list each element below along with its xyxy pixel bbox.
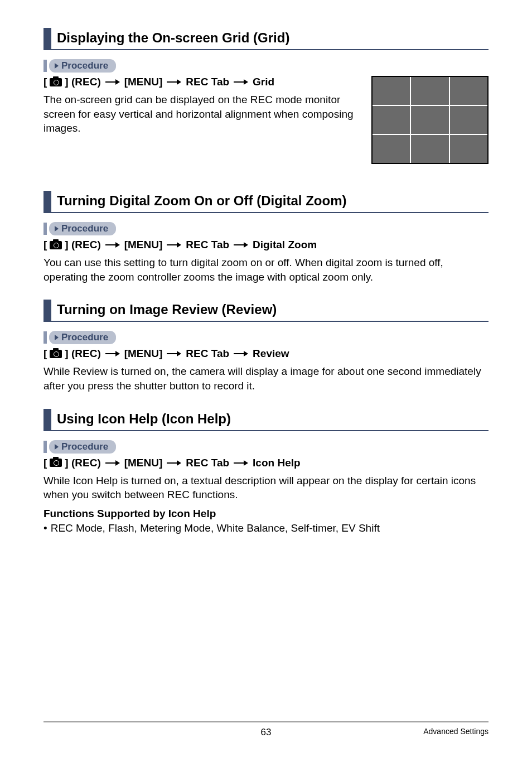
path-part: REC Tab xyxy=(186,457,229,469)
path-part: REC Tab xyxy=(186,348,229,360)
arrow-right-icon xyxy=(105,351,120,356)
heading-text: Turning Digital Zoom On or Off (Digital … xyxy=(57,191,346,212)
heading-bar xyxy=(43,409,51,430)
chevron-right-icon xyxy=(55,444,59,450)
procedure-bar xyxy=(43,223,47,235)
arrow-right-icon xyxy=(167,79,181,85)
camera-icon xyxy=(50,241,62,249)
bullet-icon: • xyxy=(43,522,47,534)
arrow-right-icon xyxy=(167,460,181,466)
menu-path: [ ] (REC) [MENU] REC Tab Icon Help xyxy=(43,457,489,469)
path-part: Digital Zoom xyxy=(253,239,317,251)
heading-text: Using Icon Help (Icon Help) xyxy=(57,409,231,430)
heading-bar xyxy=(43,28,51,49)
page-footer: 63 Advanced Settings xyxy=(43,721,489,738)
path-part: [MENU] xyxy=(124,239,163,251)
path-rec: ] (REC) xyxy=(65,457,100,469)
procedure-label: Procedure xyxy=(61,60,108,71)
procedure-label: Procedure xyxy=(61,223,108,234)
arrow-right-icon xyxy=(234,79,248,85)
chevron-right-icon xyxy=(55,335,59,340)
heading-bar xyxy=(43,191,51,212)
camera-icon xyxy=(50,78,62,86)
bullet-item: • REC Mode, Flash, Metering Mode, White … xyxy=(43,522,489,534)
path-part: [MENU] xyxy=(124,348,163,360)
path-bracket-open: [ xyxy=(43,76,47,88)
heading-text: Turning on Image Review (Review) xyxy=(57,300,277,321)
path-bracket-open: [ xyxy=(43,239,47,251)
section-body: The on-screen grid can be displayed on t… xyxy=(43,93,356,136)
arrow-right-icon xyxy=(234,351,248,356)
path-part: [MENU] xyxy=(124,76,163,88)
menu-path: [ ] (REC) [MENU] REC Tab Digital Zoom xyxy=(43,239,489,251)
bullet-text: REC Mode, Flash, Metering Mode, White Ba… xyxy=(51,522,380,534)
page-number: 63 xyxy=(261,727,272,738)
procedure-pill: Procedure xyxy=(43,331,489,344)
section-heading: Displaying the On-screen Grid (Grid) xyxy=(43,28,489,50)
menu-path: [ ] (REC) [MENU] REC Tab Grid xyxy=(43,76,361,88)
procedure-pill: Procedure xyxy=(43,222,489,235)
camera-icon xyxy=(50,459,62,467)
sub-heading: Functions Supported by Icon Help xyxy=(43,508,489,520)
arrow-right-icon xyxy=(105,460,120,466)
chevron-right-icon xyxy=(55,63,59,69)
arrow-right-icon xyxy=(167,351,181,356)
section-heading: Using Icon Help (Icon Help) xyxy=(43,409,489,431)
procedure-bar xyxy=(43,60,47,72)
path-part: Review xyxy=(253,348,289,360)
procedure-pill: Procedure xyxy=(43,440,489,454)
procedure-pill: Procedure xyxy=(43,59,489,73)
path-part: REC Tab xyxy=(186,76,229,88)
heading-bar xyxy=(43,300,51,321)
path-part: Grid xyxy=(253,76,274,88)
chevron-right-icon xyxy=(55,226,59,232)
section-body: You can use this setting to turn digital… xyxy=(43,255,489,284)
grid-illustration xyxy=(371,76,489,164)
arrow-right-icon xyxy=(234,242,248,248)
menu-path: [ ] (REC) [MENU] REC Tab Review xyxy=(43,348,489,360)
path-part: [MENU] xyxy=(124,457,163,469)
path-bracket-open: [ xyxy=(43,457,47,469)
heading-text: Displaying the On-screen Grid (Grid) xyxy=(57,28,289,49)
path-part: Icon Help xyxy=(253,457,301,469)
arrow-right-icon xyxy=(234,460,248,466)
path-rec: ] (REC) xyxy=(65,76,100,88)
arrow-right-icon xyxy=(105,79,120,85)
camera-icon xyxy=(50,350,62,358)
path-bracket-open: [ xyxy=(43,348,47,360)
path-part: REC Tab xyxy=(186,239,229,251)
path-rec: ] (REC) xyxy=(65,348,100,360)
section-body: While Icon Help is turned on, a textual … xyxy=(43,474,489,502)
arrow-right-icon xyxy=(105,242,120,248)
procedure-bar xyxy=(43,331,47,344)
procedure-label: Procedure xyxy=(61,441,108,452)
procedure-label: Procedure xyxy=(61,332,108,343)
footer-label: Advanced Settings xyxy=(423,727,489,736)
arrow-right-icon xyxy=(167,242,181,248)
section-heading: Turning on Image Review (Review) xyxy=(43,300,489,322)
procedure-bar xyxy=(43,441,47,453)
section-body: While Review is turned on, the camera wi… xyxy=(43,364,489,393)
section-heading: Turning Digital Zoom On or Off (Digital … xyxy=(43,191,489,213)
path-rec: ] (REC) xyxy=(65,239,100,251)
